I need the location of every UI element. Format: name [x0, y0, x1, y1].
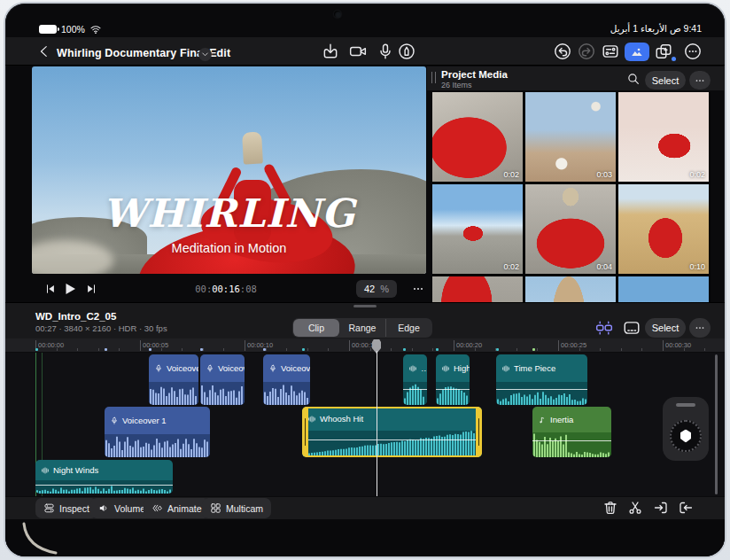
photo-icon	[630, 45, 644, 59]
media-item-count: 26 Items	[441, 81, 472, 89]
clip-marker-dot	[105, 348, 107, 351]
clip-duration-badge: 0:04	[596, 262, 612, 271]
chevron-down-icon	[200, 50, 210, 59]
clip-marker-dot	[302, 348, 305, 351]
media-grid: 0:020:030:020:020:040:10	[432, 92, 711, 305]
media-thumbnail[interactable]: 0:03	[525, 92, 616, 182]
overlay-view-icon[interactable]	[623, 319, 641, 337]
playhead-line	[377, 351, 377, 496]
multicam-button[interactable]: Multicam	[202, 498, 271, 518]
skip-back-icon[interactable]	[44, 283, 57, 295]
mic-icon[interactable]	[377, 43, 394, 60]
ruler-tick	[391, 348, 392, 351]
jog-dial[interactable]	[670, 420, 702, 452]
jog-wheel[interactable]	[663, 397, 709, 461]
zoom-level-button[interactable]: 42 %	[356, 280, 397, 298]
zoom-value: 42	[364, 284, 375, 294]
segment-clip[interactable]: Clip	[293, 319, 339, 337]
clip-connection-icon[interactable]	[595, 319, 613, 337]
ruler-label: 00:00:00	[35, 340, 64, 351]
trash-icon[interactable]	[602, 500, 618, 516]
media-more-button[interactable]	[689, 71, 711, 89]
ruler-label: 00:00:25	[558, 340, 586, 351]
media-thumbnail[interactable]	[618, 276, 709, 305]
timeline-select-button[interactable]: Select	[645, 318, 686, 338]
search-icon[interactable]	[626, 72, 641, 86]
import-icon[interactable]	[322, 43, 339, 60]
undo-icon[interactable]	[554, 43, 571, 60]
media-thumbnail[interactable]: 0:04	[525, 184, 616, 274]
inspector-icon[interactable]	[602, 43, 619, 60]
timeline-clip-voiceover-1[interactable]: Voiceover 1	[105, 407, 210, 457]
timeline-clip--[interactable]: …	[403, 354, 427, 405]
play-icon[interactable]	[62, 281, 78, 297]
clip-duration-badge: 0:10	[689, 262, 705, 271]
segment-edge[interactable]: Edge	[385, 319, 431, 337]
media-thumbnail[interactable]: 0:02	[432, 92, 523, 182]
audio-wave-icon	[307, 415, 316, 424]
timeline-clip-time-piece[interactable]: Time Piece	[496, 354, 587, 405]
app-screen: 100% 9:41 ص الأربعاء 1 أبريل Whirling Do…	[5, 4, 725, 556]
ruler-label: 00:00:05	[140, 340, 168, 351]
timeline-ruler[interactable]: 00:00:0000:00:0500:00:1000:00:1500:00:20…	[5, 338, 725, 353]
clip-label: Voiceover 3	[281, 363, 310, 373]
timeline-clip-inertia[interactable]: Inertia	[532, 407, 611, 457]
trim-handle-right[interactable]	[476, 407, 482, 457]
pencil-icon[interactable]	[398, 43, 415, 60]
ruler-tick	[328, 348, 329, 351]
audio-wave-icon	[41, 466, 50, 475]
media-thumbnail[interactable]: 0:10	[618, 184, 709, 274]
dancer-hat	[242, 131, 263, 164]
blade-icon[interactable]	[627, 500, 643, 516]
timeline-clip-night-winds[interactable]: Night Winds	[35, 460, 173, 494]
clip-marker-dot	[200, 348, 203, 351]
media-thumbnail[interactable]: 0:02	[432, 184, 523, 274]
more-icon[interactable]	[684, 43, 702, 60]
timeline-clip-voiceover-2[interactable]: Voiceover 2	[149, 354, 198, 405]
panel-drag-handle[interactable]	[431, 72, 436, 83]
timeline-clip-voiceover-2[interactable]: Voiceover 2	[200, 354, 245, 405]
inspect-button[interactable]: Inspect	[35, 498, 97, 518]
clip-marker-dot	[403, 348, 406, 351]
timeline-scrollbar[interactable]	[715, 354, 718, 494]
redo-icon[interactable]	[578, 43, 595, 60]
audio-wave-icon	[408, 364, 417, 373]
timecode-display[interactable]: 00:00:16:08	[197, 280, 255, 298]
viewer-more-icon[interactable]	[411, 282, 425, 296]
camera-icon[interactable]	[349, 43, 367, 60]
clip-marker-dot	[35, 348, 38, 351]
overwrite-icon[interactable]	[678, 500, 694, 516]
media-thumbnail[interactable]	[432, 276, 523, 305]
timeline-clip-whoosh-hit[interactable]: Whoosh Hit	[302, 407, 482, 457]
ruler-tick	[57, 348, 58, 351]
segment-range[interactable]: Range	[339, 319, 385, 337]
clip-marker-dot	[149, 348, 151, 351]
trim-handle-left[interactable]	[302, 407, 308, 457]
insert-icon[interactable]	[653, 500, 669, 516]
ruler-label: 00:00:10	[245, 340, 273, 351]
animate-button[interactable]: Animate	[144, 498, 210, 518]
effects-badge-dot	[672, 57, 676, 61]
jog-handle-dash	[676, 403, 695, 407]
media-thumbnail[interactable]: 0:02	[618, 92, 709, 182]
skip-forward-icon[interactable]	[85, 283, 97, 295]
button-label: Inspect	[59, 503, 89, 514]
title-menu-button[interactable]	[198, 48, 212, 61]
ruler-tick	[412, 348, 413, 351]
timeline-drag-handle[interactable]	[353, 305, 377, 307]
ruler-tick	[537, 348, 538, 351]
clip-duration-badge: 0:02	[689, 170, 705, 179]
video-subtitle-overlay: Meditation in Motion	[32, 241, 426, 255]
status-datetime: 9:41 ص الأربعاء 1 أبريل	[610, 23, 702, 34]
ruler-tick	[432, 348, 433, 351]
media-select-button[interactable]: Select	[645, 71, 686, 89]
timecode-frames: :08	[240, 284, 257, 294]
media-browser-button[interactable]	[625, 43, 649, 61]
timeline-more-button[interactable]	[689, 318, 711, 338]
timeline-clip-high-[interactable]: High…	[436, 354, 470, 405]
music-note-icon	[538, 416, 547, 424]
media-thumbnail[interactable]	[525, 276, 616, 305]
back-icon[interactable]	[37, 44, 51, 58]
timeline-clip-voiceover-3[interactable]: Voiceover 3	[263, 354, 310, 405]
effects-icon[interactable]	[655, 43, 672, 60]
